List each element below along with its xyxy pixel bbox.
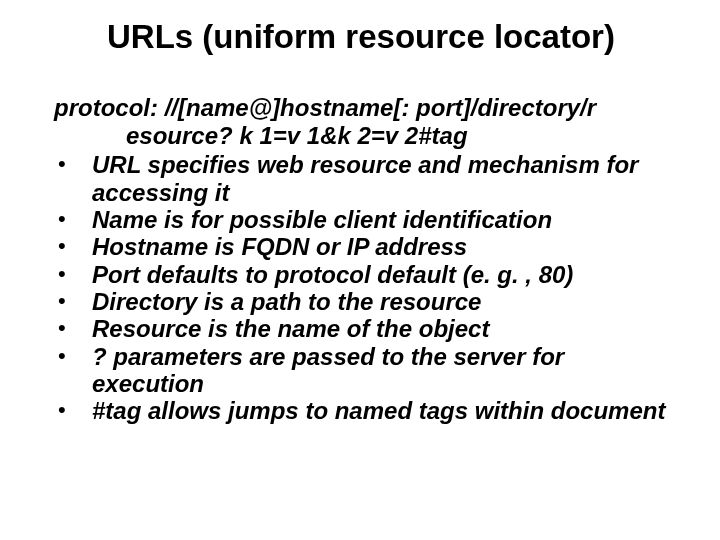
list-item: Port defaults to protocol default (e. g.… xyxy=(54,261,670,288)
slide: URLs (uniform resource locator) protocol… xyxy=(0,0,720,540)
list-item: Name is for possible client identificati… xyxy=(54,206,670,233)
url-syntax-line2: esource? k 1=v 1&k 2=v 2#tag xyxy=(54,122,670,150)
url-syntax: protocol: //[name@]hostname[: port]/dire… xyxy=(52,94,670,149)
list-item: #tag allows jumps to named tags within d… xyxy=(54,397,670,424)
list-item: Resource is the name of the object xyxy=(54,315,670,342)
list-item: URL specifies web resource and mechanism… xyxy=(54,151,670,206)
url-syntax-line2b: k 2=v 2#tag xyxy=(337,122,467,149)
bullet-list: URL specifies web resource and mechanism… xyxy=(52,151,670,425)
url-syntax-line2a: esource? k 1=v 1 xyxy=(126,122,320,149)
list-item: ? parameters are passed to the server fo… xyxy=(54,343,670,398)
list-item: Directory is a path to the resource xyxy=(54,288,670,315)
list-item: Hostname is FQDN or IP address xyxy=(54,233,670,260)
url-syntax-line1: protocol: //[name@]hostname[: port]/dire… xyxy=(54,94,670,122)
slide-title: URLs (uniform resource locator) xyxy=(52,18,670,56)
ampersand: & xyxy=(320,122,337,149)
